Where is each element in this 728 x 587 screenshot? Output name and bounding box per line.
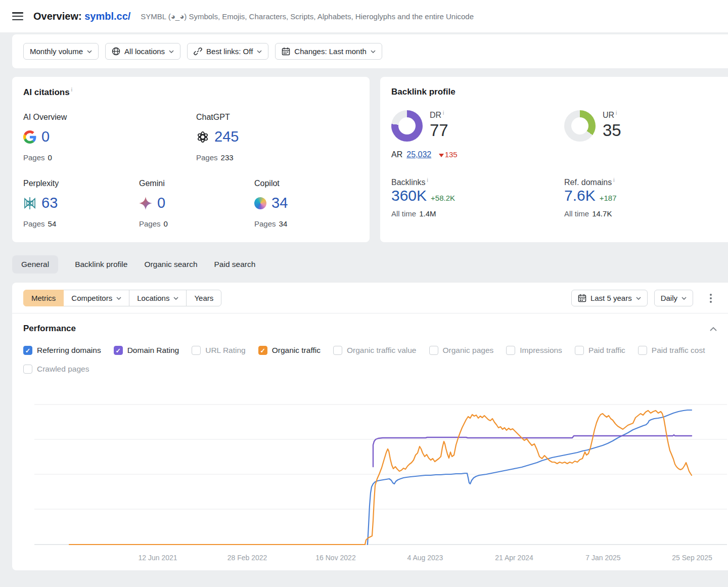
changes-label: Changes: Last month xyxy=(294,47,367,56)
ai-overview-pages: 0 xyxy=(48,153,52,162)
x-tick: 16 Nov 2022 xyxy=(308,554,363,562)
perplexity-stat: Perplexity 63 Pages54 xyxy=(23,179,139,228)
granularity-dropdown[interactable]: Daily xyxy=(654,290,693,306)
tab-general[interactable]: General xyxy=(12,255,58,274)
ref-domains-alltime: 14.7K xyxy=(592,209,612,218)
link-icon xyxy=(194,47,202,56)
tab-organic-search[interactable]: Organic search xyxy=(144,255,197,274)
metric-checkbox-list: ✓Referring domains ✓Domain Rating URL Ra… xyxy=(23,346,721,374)
ai-citations-card: AI citationsi AI Overview 0 Pages0 ChatG… xyxy=(12,77,370,242)
changes-dropdown[interactable]: Changes: Last month xyxy=(275,43,382,60)
performance-title: Performance xyxy=(23,324,76,334)
collapse-chevron-up-icon[interactable] xyxy=(710,324,717,333)
checkbox-icon: ✓ xyxy=(258,346,267,355)
perplexity-pages: 54 xyxy=(48,219,57,228)
chatgpt-pages: 233 xyxy=(221,153,234,162)
info-icon[interactable]: i xyxy=(443,110,444,116)
google-icon xyxy=(23,130,36,144)
info-icon[interactable]: i xyxy=(71,87,72,93)
checkbox-organic-traffic[interactable]: ✓Organic traffic xyxy=(258,346,321,355)
chatgpt-count[interactable]: 245 xyxy=(214,128,239,145)
years-tab[interactable]: Years xyxy=(186,290,221,306)
backlinks-block: Backlinksi 360K+58.2K All time1.4M xyxy=(391,177,564,218)
section-tabs: General Backlink profile Organic search … xyxy=(12,255,728,274)
info-icon[interactable]: i xyxy=(427,177,428,183)
best-links-label: Best links: Off xyxy=(206,47,253,56)
chevron-down-icon xyxy=(87,50,92,53)
ahrefs-rank-line: AR25,032 135 xyxy=(391,150,564,159)
ahrefs-rank-link[interactable]: 25,032 xyxy=(406,150,431,159)
chevron-down-icon xyxy=(116,297,121,300)
metrics-tab[interactable]: Metrics xyxy=(23,290,64,306)
backlinks-alltime: 1.4M xyxy=(419,209,436,218)
page-title-prefix: Overview: xyxy=(33,11,82,22)
checkbox-referring-domains[interactable]: ✓Referring domains xyxy=(23,346,101,355)
checkbox-url-rating[interactable]: URL Rating xyxy=(192,346,246,355)
ur-donut-chart xyxy=(564,110,596,142)
chatgpt-stat: ChatGPT 245 Pages233 xyxy=(196,113,239,162)
copilot-count[interactable]: 34 xyxy=(271,195,288,211)
ur-value: 35 xyxy=(603,121,621,140)
tab-backlink-profile[interactable]: Backlink profile xyxy=(75,255,127,274)
url-rating-block: URi 35 xyxy=(564,110,621,159)
domain-rating-block: DRi 77 AR25,032 135 xyxy=(391,110,564,159)
dr-donut-chart xyxy=(391,110,423,142)
ref-domains-value-link[interactable]: 7.6K xyxy=(564,187,596,204)
x-tick: 21 Apr 2024 xyxy=(486,554,542,562)
site-description: SYMBL (◕_◕) Symbols, Emojis, Characters,… xyxy=(141,12,474,21)
gemini-stat: Gemini 0 Pages0 xyxy=(139,179,254,228)
domain-link[interactable]: symbl.cc/ xyxy=(84,11,130,22)
date-range-label: Last 5 years xyxy=(590,294,632,302)
chevron-down-icon xyxy=(169,50,174,53)
referring-domains-line xyxy=(368,410,692,545)
globe-icon xyxy=(112,47,120,56)
chevron-down-icon xyxy=(636,297,641,300)
copilot-stat: Copilot 34 Pages34 xyxy=(254,179,288,228)
ref-domains-delta: +187 xyxy=(600,194,617,202)
backlink-profile-title: Backlink profile xyxy=(391,87,717,97)
info-icon[interactable]: i xyxy=(616,110,617,116)
calendar-icon xyxy=(578,294,586,302)
monthly-volume-dropdown[interactable]: Monthly volume xyxy=(23,43,99,60)
checkbox-organic-pages[interactable]: Organic pages xyxy=(429,346,494,355)
checkbox-crawled-pages[interactable]: Crawled pages xyxy=(23,365,89,374)
info-icon[interactable]: i xyxy=(613,177,614,183)
x-tick: 12 Jun 2021 xyxy=(130,554,186,562)
chevron-down-icon xyxy=(173,297,178,300)
best-links-dropdown[interactable]: Best links: Off xyxy=(187,43,268,60)
ar-delta: 135 xyxy=(439,150,458,159)
backlinks-delta: +58.2K xyxy=(431,194,455,202)
x-tick: 25 Sep 2025 xyxy=(664,554,720,562)
tab-paid-search[interactable]: Paid search xyxy=(214,255,256,274)
checkbox-paid-traffic-cost[interactable]: Paid traffic cost xyxy=(638,346,705,355)
locations-dropdown[interactable]: All locations xyxy=(105,43,180,60)
gemini-count[interactable]: 0 xyxy=(157,195,165,211)
backlinks-value-link[interactable]: 360K xyxy=(391,187,427,204)
dr-value: 77 xyxy=(430,121,448,140)
checkbox-icon xyxy=(429,346,438,355)
monthly-volume-label: Monthly volume xyxy=(30,47,83,56)
performance-section: Performance ✓Referring domains ✓Domain R… xyxy=(12,313,728,565)
locations-tab-dropdown[interactable]: Locations xyxy=(129,290,187,306)
gemini-icon xyxy=(139,197,152,210)
perplexity-icon xyxy=(23,197,36,210)
competitors-dropdown[interactable]: Competitors xyxy=(63,290,129,306)
view-segmented-control: Metrics Competitors Locations Years xyxy=(23,290,221,306)
checkbox-impressions[interactable]: Impressions xyxy=(506,346,562,355)
checkbox-paid-traffic[interactable]: Paid traffic xyxy=(575,346,625,355)
calendar-icon xyxy=(282,47,290,56)
triangle-down-icon xyxy=(439,154,444,157)
chart-plot-area xyxy=(34,387,728,549)
checkbox-icon xyxy=(575,346,584,355)
date-range-dropdown[interactable]: Last 5 years xyxy=(571,290,648,306)
checkbox-icon: ✓ xyxy=(23,346,32,355)
checkbox-icon xyxy=(192,346,201,355)
checkbox-organic-traffic-value[interactable]: Organic traffic value xyxy=(333,346,417,355)
ai-overview-count[interactable]: 0 xyxy=(41,128,50,145)
copilot-icon xyxy=(254,197,266,209)
more-options-kebab-icon[interactable] xyxy=(705,292,717,304)
performance-line-chart[interactable]: 12 Jun 2021 28 Feb 2022 16 Nov 2022 4 Au… xyxy=(34,387,728,565)
perplexity-count[interactable]: 63 xyxy=(41,195,58,211)
checkbox-domain-rating[interactable]: ✓Domain Rating xyxy=(114,346,179,355)
hamburger-menu-icon[interactable] xyxy=(12,12,23,20)
